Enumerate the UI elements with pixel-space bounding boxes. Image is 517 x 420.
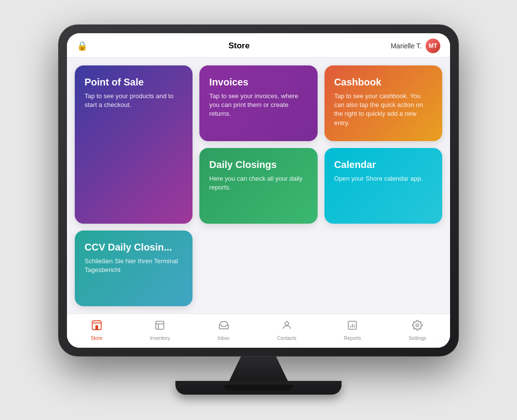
status-bar: 🔒 Store Marielle T. MT bbox=[67, 33, 450, 58]
nav-item-reports[interactable]: Reports bbox=[336, 318, 369, 343]
device-wrapper: 🔒 Store Marielle T. MT Point of Sale Tap… bbox=[58, 24, 459, 396]
reports-icon bbox=[347, 320, 358, 334]
card-pos-title: Point of Sale bbox=[85, 76, 183, 88]
nav-store-label: Store bbox=[91, 336, 103, 341]
tablet-screen: 🔒 Store Marielle T. MT Point of Sale Tap… bbox=[67, 33, 450, 348]
lock-icon: 🔒 bbox=[77, 41, 87, 51]
nav-inbox-label: Inbox bbox=[217, 336, 229, 341]
svg-point-5 bbox=[416, 324, 419, 327]
card-invoices-desc: Tap to see your invoices, where you can … bbox=[209, 92, 307, 119]
nav-reports-label: Reports bbox=[344, 336, 361, 341]
nav-contacts-label: Contacts bbox=[277, 336, 296, 341]
stand-base bbox=[175, 381, 342, 395]
card-cashbook-title: Cashbook bbox=[334, 76, 432, 88]
stand-neck bbox=[229, 357, 288, 381]
inbox-icon bbox=[218, 320, 229, 334]
card-invoices-title: Invoices bbox=[209, 76, 307, 88]
user-info: Marielle T. MT bbox=[390, 39, 440, 53]
nav-settings-label: Settings bbox=[409, 336, 426, 341]
card-ccv-desc: Schließen Sie hier Ihren Terminal Tagesb… bbox=[85, 257, 183, 274]
card-calendar-desc: Open your Shore calendar app. bbox=[334, 174, 432, 183]
cards-grid: Point of Sale Tap to see your products a… bbox=[75, 65, 442, 306]
card-ccv[interactable]: CCV Daily Closin... Schließen Sie hier I… bbox=[75, 231, 193, 306]
card-pos-desc: Tap to see your products and to start a … bbox=[85, 92, 183, 109]
nav-item-inventory[interactable]: Inventory bbox=[142, 318, 178, 343]
nav-item-store[interactable]: Store bbox=[83, 318, 110, 343]
card-calendar[interactable]: Calendar Open your Shore calendar app. bbox=[324, 148, 442, 224]
card-daily-closings[interactable]: Daily Closings Here you can check all yo… bbox=[199, 148, 317, 224]
svg-point-3 bbox=[285, 322, 288, 325]
main-content: Point of Sale Tap to see your products a… bbox=[67, 58, 450, 314]
settings-icon bbox=[412, 320, 423, 334]
card-daily-desc: Here you can check all your daily report… bbox=[209, 174, 307, 192]
svg-rect-1 bbox=[95, 325, 98, 330]
contacts-icon bbox=[281, 320, 292, 334]
avatar: MT bbox=[426, 39, 440, 53]
inventory-icon bbox=[154, 320, 165, 334]
bottom-nav: Store Inventory bbox=[67, 314, 450, 348]
stand-base-inner bbox=[224, 385, 293, 391]
svg-rect-2 bbox=[156, 321, 164, 330]
card-cashbook[interactable]: Cashbook Tap to see your cashbook. You c… bbox=[324, 65, 442, 141]
nav-item-contacts[interactable]: Contacts bbox=[269, 318, 304, 343]
card-invoices[interactable]: Invoices Tap to see your invoices, where… bbox=[199, 65, 317, 141]
store-icon bbox=[91, 320, 102, 334]
nav-item-settings[interactable]: Settings bbox=[401, 318, 434, 343]
tablet-stand bbox=[58, 357, 459, 395]
card-calendar-title: Calendar bbox=[334, 159, 432, 170]
nav-item-inbox[interactable]: Inbox bbox=[210, 318, 237, 343]
page-title: Store bbox=[228, 41, 249, 51]
nav-inventory-label: Inventory bbox=[150, 336, 170, 341]
card-pos[interactable]: Point of Sale Tap to see your products a… bbox=[75, 65, 193, 224]
tablet-outer: 🔒 Store Marielle T. MT Point of Sale Tap… bbox=[58, 24, 459, 357]
user-name: Marielle T. bbox=[390, 42, 422, 50]
card-ccv-title: CCV Daily Closin... bbox=[85, 241, 183, 253]
card-daily-title: Daily Closings bbox=[209, 159, 307, 170]
card-cashbook-desc: Tap to see your cashbook. You can also t… bbox=[334, 92, 432, 127]
